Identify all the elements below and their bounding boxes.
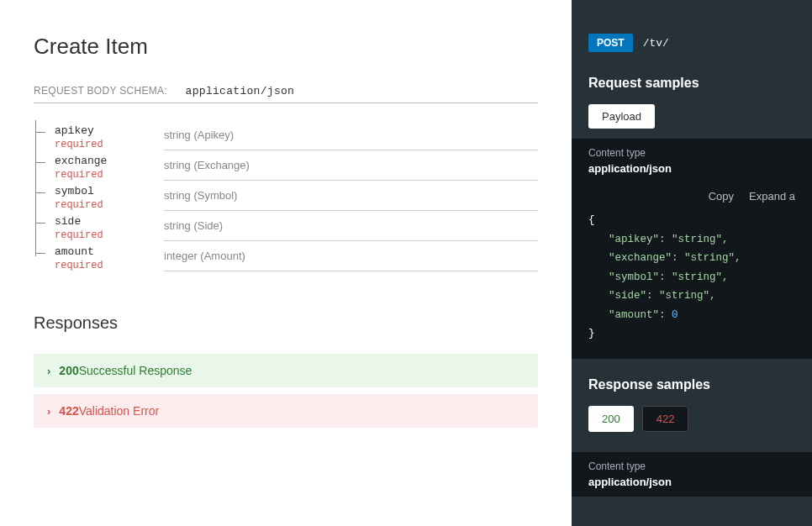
property-name: exchange (55, 155, 107, 167)
property-required: required (55, 199, 164, 211)
property-description: integer (Amount) (164, 241, 538, 271)
documentation-panel: Create Item REQUEST BODY SCHEMA: applica… (0, 0, 572, 526)
response-text: Validation Error (79, 404, 159, 418)
endpoint-path: /tv/ (643, 37, 669, 50)
content-type-label-2: Content type (588, 460, 795, 472)
property-name: amount (55, 245, 94, 258)
property-name-col: exchange required (34, 150, 164, 181)
property-name-col: amount required (34, 241, 164, 271)
code-actions: Copy Expand a (572, 183, 812, 206)
property-row: exchange required string (Exchange) (34, 150, 538, 181)
expand-button[interactable]: Expand a (749, 190, 795, 203)
property-required: required (55, 229, 164, 241)
chevron-right-icon: › (47, 405, 50, 418)
response-text: Successful Response (79, 364, 192, 377)
property-name: apikey (55, 124, 94, 137)
response-samples-title: Response samples (588, 377, 795, 392)
responses-title: Responses (34, 313, 538, 333)
properties-list: apikey required string (Apikey) exchange… (34, 120, 538, 271)
response-row-422[interactable]: ›422 Validation Error (34, 394, 538, 428)
property-name-col: symbol required (34, 181, 164, 211)
samples-panel: POST /tv/ Request samples Payload Conten… (572, 0, 812, 526)
property-name-col: side required (34, 211, 164, 241)
content-type-value-2: application/json (588, 476, 795, 488)
property-name: side (55, 215, 81, 228)
request-samples-title: Request samples (588, 76, 795, 91)
page-title: Create Item (34, 34, 538, 60)
property-description: string (Side) (164, 211, 538, 241)
copy-button[interactable]: Copy (709, 190, 734, 203)
response-code: 422 (59, 404, 78, 418)
method-badge: POST (588, 34, 633, 52)
property-description: string (Exchange) (164, 150, 538, 181)
schema-value: application/json (186, 85, 295, 97)
response-row-200[interactable]: ›200 Successful Response (34, 354, 538, 387)
property-row: amount required integer (Amount) (34, 241, 538, 271)
schema-header: REQUEST BODY SCHEMA: application/json (34, 85, 538, 103)
property-description: string (Symbol) (164, 181, 538, 211)
property-required: required (55, 260, 164, 271)
code-block: {"apikey": "string","exchange": "string"… (572, 206, 812, 359)
chevron-right-icon: › (47, 365, 50, 377)
payload-tab[interactable]: Payload (588, 104, 655, 129)
endpoint-row[interactable]: POST /tv/ (588, 34, 795, 52)
response-tab-200[interactable]: 200 (588, 406, 634, 432)
property-row: symbol required string (Symbol) (34, 181, 538, 211)
property-required: required (55, 169, 164, 181)
property-description: string (Apikey) (164, 120, 538, 150)
property-row: side required string (Side) (34, 211, 538, 241)
request-sample-block: Content type application/json Copy Expan… (572, 139, 812, 359)
content-type-value: application/json (588, 162, 795, 175)
response-tab-422[interactable]: 422 (642, 406, 689, 432)
responses-list: ›200 Successful Response›422 Validation … (34, 354, 538, 428)
response-tabs: 200422 (588, 406, 795, 442)
property-name-col: apikey required (34, 120, 164, 150)
schema-label: REQUEST BODY SCHEMA: (34, 85, 167, 97)
response-code: 200 (59, 364, 78, 377)
property-name: symbol (55, 185, 94, 197)
property-required: required (55, 139, 164, 150)
property-row: apikey required string (Apikey) (34, 120, 538, 150)
content-type-label: Content type (588, 147, 795, 159)
response-sample-block: Content type application/json (572, 452, 812, 497)
